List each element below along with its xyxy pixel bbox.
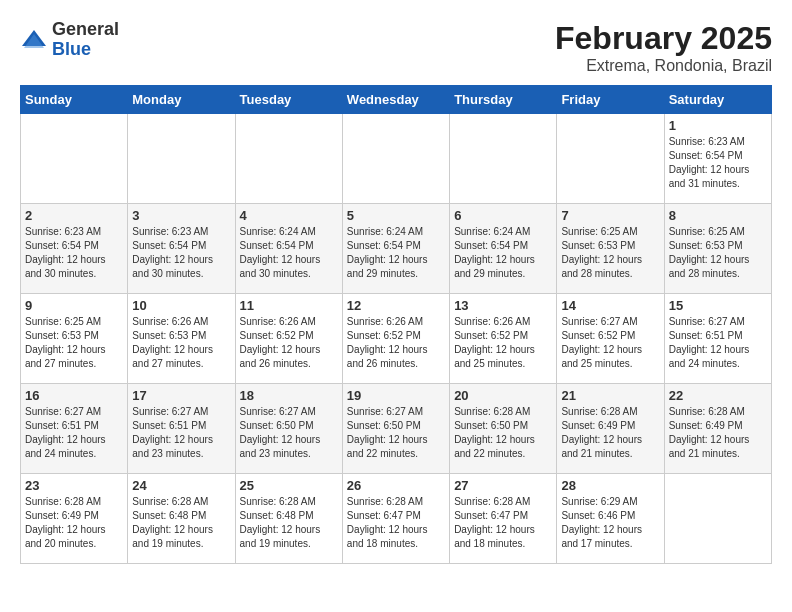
day-number: 27: [454, 478, 552, 493]
day-info: Sunrise: 6:27 AM Sunset: 6:51 PM Dayligh…: [25, 405, 123, 461]
day-info: Sunrise: 6:27 AM Sunset: 6:51 PM Dayligh…: [669, 315, 767, 371]
calendar-cell: 2Sunrise: 6:23 AM Sunset: 6:54 PM Daylig…: [21, 204, 128, 294]
calendar-cell: 28Sunrise: 6:29 AM Sunset: 6:46 PM Dayli…: [557, 474, 664, 564]
calendar-cell: 10Sunrise: 6:26 AM Sunset: 6:53 PM Dayli…: [128, 294, 235, 384]
weekday-header-tuesday: Tuesday: [235, 86, 342, 114]
day-info: Sunrise: 6:23 AM Sunset: 6:54 PM Dayligh…: [669, 135, 767, 191]
day-info: Sunrise: 6:28 AM Sunset: 6:48 PM Dayligh…: [132, 495, 230, 551]
calendar-cell: 19Sunrise: 6:27 AM Sunset: 6:50 PM Dayli…: [342, 384, 449, 474]
day-number: 15: [669, 298, 767, 313]
calendar-cell: 24Sunrise: 6:28 AM Sunset: 6:48 PM Dayli…: [128, 474, 235, 564]
day-info: Sunrise: 6:26 AM Sunset: 6:52 PM Dayligh…: [347, 315, 445, 371]
calendar-cell: [21, 114, 128, 204]
calendar-cell: 20Sunrise: 6:28 AM Sunset: 6:50 PM Dayli…: [450, 384, 557, 474]
day-number: 13: [454, 298, 552, 313]
day-info: Sunrise: 6:27 AM Sunset: 6:50 PM Dayligh…: [240, 405, 338, 461]
logo-icon: [20, 26, 48, 54]
day-info: Sunrise: 6:28 AM Sunset: 6:50 PM Dayligh…: [454, 405, 552, 461]
day-number: 7: [561, 208, 659, 223]
day-info: Sunrise: 6:26 AM Sunset: 6:53 PM Dayligh…: [132, 315, 230, 371]
calendar-cell: 26Sunrise: 6:28 AM Sunset: 6:47 PM Dayli…: [342, 474, 449, 564]
calendar-cell: 1Sunrise: 6:23 AM Sunset: 6:54 PM Daylig…: [664, 114, 771, 204]
calendar-cell: 9Sunrise: 6:25 AM Sunset: 6:53 PM Daylig…: [21, 294, 128, 384]
calendar-cell: 8Sunrise: 6:25 AM Sunset: 6:53 PM Daylig…: [664, 204, 771, 294]
day-info: Sunrise: 6:28 AM Sunset: 6:48 PM Dayligh…: [240, 495, 338, 551]
calendar-cell: 4Sunrise: 6:24 AM Sunset: 6:54 PM Daylig…: [235, 204, 342, 294]
day-info: Sunrise: 6:27 AM Sunset: 6:52 PM Dayligh…: [561, 315, 659, 371]
calendar-cell: 12Sunrise: 6:26 AM Sunset: 6:52 PM Dayli…: [342, 294, 449, 384]
day-info: Sunrise: 6:25 AM Sunset: 6:53 PM Dayligh…: [669, 225, 767, 281]
day-number: 6: [454, 208, 552, 223]
calendar-cell: 27Sunrise: 6:28 AM Sunset: 6:47 PM Dayli…: [450, 474, 557, 564]
day-number: 17: [132, 388, 230, 403]
weekday-header-monday: Monday: [128, 86, 235, 114]
day-info: Sunrise: 6:25 AM Sunset: 6:53 PM Dayligh…: [561, 225, 659, 281]
calendar-cell: 13Sunrise: 6:26 AM Sunset: 6:52 PM Dayli…: [450, 294, 557, 384]
day-number: 5: [347, 208, 445, 223]
location-title: Extrema, Rondonia, Brazil: [555, 57, 772, 75]
logo: General Blue: [20, 20, 119, 60]
calendar-table: SundayMondayTuesdayWednesdayThursdayFrid…: [20, 85, 772, 564]
day-number: 19: [347, 388, 445, 403]
calendar-cell: 25Sunrise: 6:28 AM Sunset: 6:48 PM Dayli…: [235, 474, 342, 564]
day-number: 24: [132, 478, 230, 493]
calendar-cell: 18Sunrise: 6:27 AM Sunset: 6:50 PM Dayli…: [235, 384, 342, 474]
calendar-cell: [235, 114, 342, 204]
weekday-header-sunday: Sunday: [21, 86, 128, 114]
day-number: 20: [454, 388, 552, 403]
day-number: 11: [240, 298, 338, 313]
calendar-cell: 5Sunrise: 6:24 AM Sunset: 6:54 PM Daylig…: [342, 204, 449, 294]
title-area: February 2025 Extrema, Rondonia, Brazil: [555, 20, 772, 75]
weekday-header-wednesday: Wednesday: [342, 86, 449, 114]
day-info: Sunrise: 6:27 AM Sunset: 6:50 PM Dayligh…: [347, 405, 445, 461]
day-info: Sunrise: 6:28 AM Sunset: 6:49 PM Dayligh…: [25, 495, 123, 551]
day-info: Sunrise: 6:24 AM Sunset: 6:54 PM Dayligh…: [347, 225, 445, 281]
calendar-cell: 21Sunrise: 6:28 AM Sunset: 6:49 PM Dayli…: [557, 384, 664, 474]
day-info: Sunrise: 6:29 AM Sunset: 6:46 PM Dayligh…: [561, 495, 659, 551]
day-number: 10: [132, 298, 230, 313]
calendar-cell: 6Sunrise: 6:24 AM Sunset: 6:54 PM Daylig…: [450, 204, 557, 294]
day-number: 21: [561, 388, 659, 403]
weekday-header-thursday: Thursday: [450, 86, 557, 114]
day-info: Sunrise: 6:25 AM Sunset: 6:53 PM Dayligh…: [25, 315, 123, 371]
calendar-cell: 11Sunrise: 6:26 AM Sunset: 6:52 PM Dayli…: [235, 294, 342, 384]
calendar-cell: 23Sunrise: 6:28 AM Sunset: 6:49 PM Dayli…: [21, 474, 128, 564]
day-number: 22: [669, 388, 767, 403]
day-info: Sunrise: 6:23 AM Sunset: 6:54 PM Dayligh…: [132, 225, 230, 281]
day-number: 18: [240, 388, 338, 403]
day-info: Sunrise: 6:28 AM Sunset: 6:47 PM Dayligh…: [347, 495, 445, 551]
calendar-cell: [342, 114, 449, 204]
day-info: Sunrise: 6:28 AM Sunset: 6:47 PM Dayligh…: [454, 495, 552, 551]
calendar-cell: 14Sunrise: 6:27 AM Sunset: 6:52 PM Dayli…: [557, 294, 664, 384]
day-info: Sunrise: 6:24 AM Sunset: 6:54 PM Dayligh…: [240, 225, 338, 281]
day-info: Sunrise: 6:23 AM Sunset: 6:54 PM Dayligh…: [25, 225, 123, 281]
day-number: 8: [669, 208, 767, 223]
day-info: Sunrise: 6:24 AM Sunset: 6:54 PM Dayligh…: [454, 225, 552, 281]
day-info: Sunrise: 6:26 AM Sunset: 6:52 PM Dayligh…: [454, 315, 552, 371]
day-number: 14: [561, 298, 659, 313]
calendar-cell: 3Sunrise: 6:23 AM Sunset: 6:54 PM Daylig…: [128, 204, 235, 294]
weekday-header-saturday: Saturday: [664, 86, 771, 114]
day-number: 3: [132, 208, 230, 223]
day-info: Sunrise: 6:28 AM Sunset: 6:49 PM Dayligh…: [669, 405, 767, 461]
logo-text: General Blue: [52, 20, 119, 60]
calendar-cell: [128, 114, 235, 204]
weekday-header-friday: Friday: [557, 86, 664, 114]
day-number: 25: [240, 478, 338, 493]
calendar-cell: 7Sunrise: 6:25 AM Sunset: 6:53 PM Daylig…: [557, 204, 664, 294]
calendar-cell: 17Sunrise: 6:27 AM Sunset: 6:51 PM Dayli…: [128, 384, 235, 474]
calendar-cell: 15Sunrise: 6:27 AM Sunset: 6:51 PM Dayli…: [664, 294, 771, 384]
day-info: Sunrise: 6:28 AM Sunset: 6:49 PM Dayligh…: [561, 405, 659, 461]
calendar-cell: 16Sunrise: 6:27 AM Sunset: 6:51 PM Dayli…: [21, 384, 128, 474]
day-number: 4: [240, 208, 338, 223]
day-number: 9: [25, 298, 123, 313]
day-number: 23: [25, 478, 123, 493]
day-number: 2: [25, 208, 123, 223]
day-number: 28: [561, 478, 659, 493]
day-info: Sunrise: 6:26 AM Sunset: 6:52 PM Dayligh…: [240, 315, 338, 371]
calendar-cell: [664, 474, 771, 564]
month-title: February 2025: [555, 20, 772, 57]
calendar-cell: 22Sunrise: 6:28 AM Sunset: 6:49 PM Dayli…: [664, 384, 771, 474]
day-info: Sunrise: 6:27 AM Sunset: 6:51 PM Dayligh…: [132, 405, 230, 461]
day-number: 16: [25, 388, 123, 403]
